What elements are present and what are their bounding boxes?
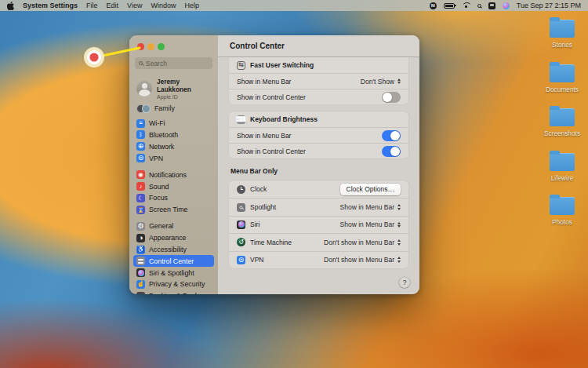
m-logo-icon[interactable]: M — [430, 2, 437, 9]
pane-title-bar: Control Center — [218, 35, 419, 57]
help-button[interactable]: ? — [399, 277, 410, 288]
folder-stories[interactable]: Stories — [550, 20, 575, 64]
page-title: Control Center — [230, 42, 285, 50]
folder-lifewire[interactable]: Lifewire — [550, 153, 575, 198]
chevron-updown-icon — [397, 239, 401, 246]
section-header: Keyboard Brightness — [250, 115, 318, 123]
sidebar-item-privacy-security[interactable]: Privacy & Security — [133, 279, 214, 290]
time-machine-popup[interactable]: Don't show in Menu Bar — [324, 239, 401, 246]
siri-icon — [237, 220, 245, 229]
sidebar-item-sound[interactable]: Sound — [133, 180, 214, 192]
menu-file[interactable]: File — [86, 2, 98, 9]
sidebar-item-label: Sound — [149, 183, 169, 191]
input-switcher-icon[interactable] — [488, 2, 495, 9]
sidebar: Search Jeremy Laukkonen Apple ID Family … — [129, 35, 218, 294]
sidebar-item-network[interactable]: Network — [133, 140, 214, 152]
row-show-in-menu-bar: Show in Menu Bar — [229, 127, 408, 143]
control-center-toggle[interactable] — [382, 146, 401, 157]
menu-bar-toggle[interactable] — [382, 130, 401, 141]
wifi-icon[interactable] — [462, 2, 470, 9]
menu-bar-popup[interactable]: Don't Show — [361, 78, 401, 86]
window-controls — [137, 43, 165, 50]
sidebar-item-control-center[interactable]: Control Center — [133, 255, 214, 267]
folder-icon — [550, 197, 575, 215]
user-subtitle: Apple ID — [157, 94, 211, 100]
row-clock: Clock Clock Options… — [229, 180, 408, 198]
folder-label: Lifewire — [551, 174, 574, 182]
vpn-icon — [237, 256, 245, 264]
close-button[interactable] — [137, 43, 144, 50]
sidebar-item-label: Siri & Spotlight — [149, 269, 194, 277]
search-input[interactable]: Search — [135, 57, 212, 69]
wifi-icon — [136, 119, 145, 128]
control-center-toggle[interactable] — [382, 92, 401, 103]
row-show-in-menu-bar: Show in Menu Bar Don't Show — [229, 73, 408, 89]
menu-bar-only-title: Menu Bar Only — [230, 167, 407, 175]
chevron-updown-icon — [397, 257, 401, 263]
sidebar-item-focus[interactable]: Focus — [133, 192, 214, 204]
spotlight-icon — [237, 203, 245, 212]
siri-icon[interactable] — [503, 2, 510, 9]
popup-value: Show in Menu Bar — [340, 203, 394, 211]
sidebar-item-general[interactable]: General — [133, 220, 214, 232]
sidebar-item-label: Bluetooth — [149, 131, 178, 139]
menu-help[interactable]: Help — [184, 2, 199, 9]
sidebar-item-label: Control Center — [149, 257, 194, 265]
clock-icon — [237, 185, 245, 194]
minimize-button[interactable] — [147, 43, 154, 50]
popup-value: Don't Show — [361, 78, 394, 86]
siri-icon — [136, 268, 145, 277]
apple-id-row[interactable]: Jeremy Laukkonen Apple ID — [129, 74, 218, 102]
notifications-icon — [136, 170, 145, 179]
sidebar-item-vpn[interactable]: VPN — [133, 152, 214, 164]
row-siri: Siri Show in Menu Bar — [229, 216, 408, 233]
sidebar-item-accessibility[interactable]: Accessibility — [133, 244, 214, 256]
folder-icon — [550, 64, 575, 82]
menubar-clock[interactable]: Tue Sep 27 2:15 PM — [517, 2, 581, 9]
family-row[interactable]: Family — [129, 102, 218, 118]
sidebar-item-notifications[interactable]: Notifications — [133, 169, 214, 180]
folder-photos[interactable]: Photos — [550, 197, 575, 242]
callout-red-dot — [89, 53, 98, 61]
control-center-icon — [136, 257, 145, 265]
menu-edit[interactable]: Edit — [107, 2, 119, 9]
menu-view[interactable]: View — [127, 2, 142, 9]
search-placeholder: Search — [146, 60, 167, 67]
folder-icon — [550, 108, 575, 126]
apple-menu-icon[interactable] — [7, 2, 14, 10]
row-label: Show in Menu Bar — [237, 78, 291, 86]
menubar-app-name[interactable]: System Settings — [23, 2, 78, 9]
sidebar-item-wifi[interactable]: Wi-Fi — [133, 118, 214, 129]
folder-documents[interactable]: Documents — [546, 64, 579, 109]
sidebar-item-desktop-dock[interactable]: Desktop & Dock — [133, 290, 214, 294]
gear-icon — [136, 222, 145, 231]
row-label: Show in Control Center — [237, 93, 306, 101]
clock-options-button[interactable]: Clock Options… — [340, 184, 401, 195]
vpn-popup[interactable]: Don't show in Menu Bar — [324, 256, 401, 264]
bluetooth-icon — [136, 130, 145, 139]
sidebar-item-label: Notifications — [149, 171, 187, 179]
sidebar-item-label: Wi-Fi — [149, 119, 165, 127]
sidebar-item-label: Appearance — [149, 234, 186, 242]
siri-popup[interactable]: Show in Menu Bar — [340, 220, 401, 228]
sidebar-item-siri-spotlight[interactable]: Siri & Spotlight — [133, 267, 214, 279]
menu-window[interactable]: Window — [151, 2, 176, 9]
sidebar-item-screen-time[interactable]: Screen Time — [133, 204, 214, 216]
desktop-folders: Stories Documents Screenshots Lifewire P… — [546, 20, 579, 242]
row-time-machine: Time Machine Don't show in Menu Bar — [229, 233, 408, 250]
row-label: Clock — [250, 185, 267, 193]
folder-label: Stories — [552, 41, 572, 49]
spotlight-popup[interactable]: Show in Menu Bar — [340, 203, 401, 211]
battery-icon[interactable] — [444, 3, 455, 9]
folder-label: Screenshots — [544, 129, 580, 137]
sidebar-item-appearance[interactable]: Appearance — [133, 232, 214, 244]
folder-label: Documents — [546, 86, 579, 93]
sidebar-item-bluetooth[interactable]: Bluetooth — [133, 129, 214, 141]
family-label: Family — [154, 104, 175, 112]
zoom-button[interactable] — [158, 43, 165, 50]
desktop-dock-icon — [136, 292, 145, 294]
folder-screenshots[interactable]: Screenshots — [544, 108, 580, 153]
search-icon[interactable] — [477, 4, 481, 8]
sidebar-item-label: Screen Time — [149, 206, 187, 213]
popup-value: Show in Menu Bar — [340, 220, 394, 228]
